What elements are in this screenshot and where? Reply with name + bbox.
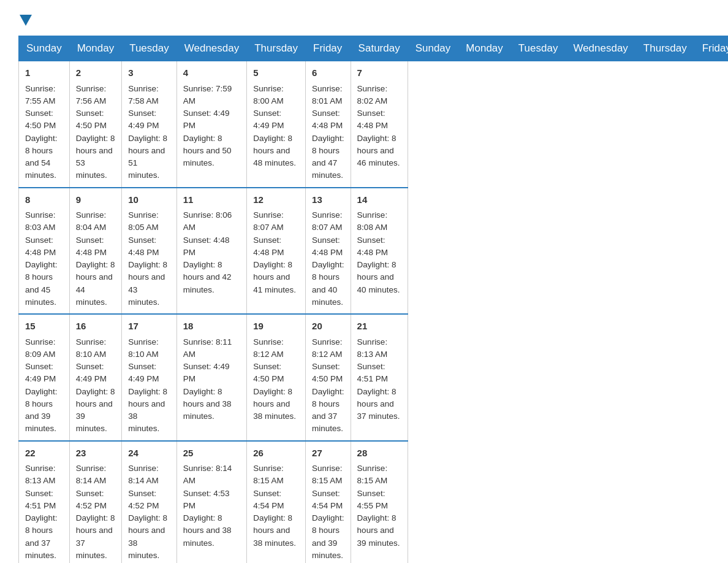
day-number: 19 (253, 320, 299, 334)
calendar-cell: 2Sunrise: 7:56 AMSunset: 4:50 PMDaylight… (69, 61, 121, 188)
daylight-text: Daylight: 8 hours and 37 minutes. (312, 387, 344, 434)
day-number: 26 (253, 446, 299, 461)
daylight-text: Daylight: 8 hours and 38 minutes. (128, 387, 167, 434)
sunrise-text: Sunrise: 8:06 AM (183, 210, 232, 232)
daylight-text: Daylight: 8 hours and 38 minutes. (183, 513, 232, 548)
day-number: 28 (357, 446, 401, 461)
header-day-wednesday: Wednesday (566, 36, 635, 61)
daylight-text: Daylight: 8 hours and 38 minutes. (128, 513, 167, 560)
calendar-cell: 15Sunrise: 8:09 AMSunset: 4:49 PMDayligh… (19, 314, 70, 441)
daylight-text: Daylight: 8 hours and 38 minutes. (183, 387, 232, 421)
sunset-text: Sunset: 4:52 PM (128, 489, 159, 510)
calendar-cell: 22Sunrise: 8:13 AMSunset: 4:51 PMDayligh… (19, 441, 70, 564)
header-day-sunday: Sunday (408, 36, 458, 61)
sunrise-text: Sunrise: 8:14 AM (128, 464, 159, 485)
sunrise-text: Sunrise: 7:56 AM (76, 84, 107, 105)
sunrise-text: Sunrise: 8:07 AM (253, 210, 284, 232)
sunrise-text: Sunrise: 8:01 AM (312, 84, 343, 105)
logo (18, 12, 33, 23)
sunrise-text: Sunrise: 8:07 AM (312, 210, 343, 232)
calendar-cell: 7Sunrise: 8:02 AMSunset: 4:48 PMDaylight… (351, 61, 408, 188)
daylight-text: Daylight: 8 hours and 39 minutes. (357, 513, 400, 548)
daylight-text: Daylight: 8 hours and 45 minutes. (25, 260, 58, 307)
calendar-cell: 21Sunrise: 8:13 AMSunset: 4:51 PMDayligh… (351, 314, 408, 441)
day-number: 1 (25, 66, 63, 80)
day-number: 10 (128, 193, 170, 207)
calendar-cell: 4Sunrise: 7:59 AMSunset: 4:49 PMDaylight… (176, 61, 246, 188)
sunrise-text: Sunrise: 8:15 AM (253, 464, 284, 485)
day-number: 13 (312, 193, 344, 207)
daylight-text: Daylight: 8 hours and 53 minutes. (76, 134, 115, 180)
sunrise-text: Sunrise: 8:15 AM (312, 464, 343, 485)
day-number: 24 (128, 446, 170, 461)
sunrise-text: Sunrise: 7:58 AM (128, 84, 159, 105)
daylight-text: Daylight: 8 hours and 37 minutes. (357, 387, 400, 421)
sunrise-text: Sunrise: 8:05 AM (128, 210, 159, 232)
daylight-text: Daylight: 8 hours and 38 minutes. (253, 387, 296, 421)
page-header (18, 12, 710, 23)
sunset-text: Sunset: 4:49 PM (128, 362, 159, 383)
day-number: 17 (128, 320, 170, 334)
day-number: 3 (128, 66, 170, 80)
sunset-text: Sunset: 4:54 PM (253, 489, 284, 510)
day-number: 15 (25, 320, 63, 334)
day-number: 23 (76, 446, 115, 461)
sunrise-text: Sunrise: 8:02 AM (357, 84, 388, 105)
sunrise-text: Sunrise: 8:12 AM (312, 337, 343, 359)
calendar-cell: 17Sunrise: 8:10 AMSunset: 4:49 PMDayligh… (122, 314, 177, 441)
daylight-text: Daylight: 8 hours and 40 minutes. (357, 260, 400, 294)
day-number: 7 (357, 66, 401, 80)
sunrise-text: Sunrise: 8:13 AM (357, 337, 388, 359)
daylight-text: Daylight: 8 hours and 46 minutes. (357, 134, 400, 168)
calendar-cell: 13Sunrise: 8:07 AMSunset: 4:48 PMDayligh… (306, 188, 351, 315)
daylight-text: Daylight: 8 hours and 47 minutes. (312, 134, 344, 180)
sunset-text: Sunset: 4:51 PM (357, 362, 388, 383)
daylight-text: Daylight: 8 hours and 51 minutes. (128, 134, 167, 180)
header-day-tuesday: Tuesday (510, 36, 566, 61)
sunset-text: Sunset: 4:51 PM (25, 489, 56, 510)
day-number: 11 (183, 193, 240, 207)
calendar-cell: 28Sunrise: 8:15 AMSunset: 4:55 PMDayligh… (351, 441, 408, 564)
calendar-cell: 3Sunrise: 7:58 AMSunset: 4:49 PMDaylight… (122, 61, 177, 188)
calendar-cell: 9Sunrise: 8:04 AMSunset: 4:48 PMDaylight… (69, 188, 121, 315)
day-number: 5 (253, 66, 299, 80)
sunset-text: Sunset: 4:48 PM (25, 236, 56, 257)
sunset-text: Sunset: 4:50 PM (76, 109, 107, 130)
daylight-text: Daylight: 8 hours and 37 minutes. (25, 513, 58, 560)
sunset-text: Sunset: 4:48 PM (253, 236, 284, 257)
sunrise-text: Sunrise: 8:09 AM (25, 337, 56, 359)
calendar-cell: 19Sunrise: 8:12 AMSunset: 4:50 PMDayligh… (247, 314, 306, 441)
week-row-1: 1Sunrise: 7:55 AMSunset: 4:50 PMDaylight… (19, 61, 729, 188)
calendar-cell: 12Sunrise: 8:07 AMSunset: 4:48 PMDayligh… (247, 188, 306, 315)
day-number: 27 (312, 446, 344, 461)
calendar-cell: 14Sunrise: 8:08 AMSunset: 4:48 PMDayligh… (351, 188, 408, 315)
calendar-cell: 11Sunrise: 8:06 AMSunset: 4:48 PMDayligh… (176, 188, 246, 315)
daylight-text: Daylight: 8 hours and 44 minutes. (76, 260, 115, 307)
week-row-3: 15Sunrise: 8:09 AMSunset: 4:49 PMDayligh… (19, 314, 729, 441)
daylight-text: Daylight: 8 hours and 39 minutes. (312, 513, 344, 560)
sunset-text: Sunset: 4:52 PM (76, 489, 107, 510)
day-number: 8 (25, 193, 63, 207)
daylight-text: Daylight: 8 hours and 38 minutes. (253, 513, 296, 548)
logo-triangle-icon (20, 15, 32, 26)
sunrise-text: Sunrise: 7:59 AM (183, 84, 232, 105)
sunset-text: Sunset: 4:49 PM (128, 109, 159, 130)
day-number: 14 (357, 193, 401, 207)
daylight-text: Daylight: 8 hours and 48 minutes. (253, 134, 296, 168)
header-wednesday: Wednesday (176, 36, 246, 61)
day-number: 16 (76, 320, 115, 334)
sunset-text: Sunset: 4:50 PM (312, 362, 343, 383)
calendar-table: SundayMondayTuesdayWednesdayThursdayFrid… (18, 36, 728, 563)
day-number: 22 (25, 446, 63, 461)
sunrise-text: Sunrise: 8:14 AM (183, 464, 232, 485)
sunset-text: Sunset: 4:49 PM (76, 362, 107, 383)
day-number: 4 (183, 66, 240, 80)
day-number: 20 (312, 320, 344, 334)
daylight-text: Daylight: 8 hours and 39 minutes. (76, 387, 115, 434)
sunset-text: Sunset: 4:50 PM (253, 362, 284, 383)
header-day-friday: Friday (694, 36, 728, 61)
sunset-text: Sunset: 4:54 PM (312, 489, 343, 510)
sunrise-text: Sunrise: 8:11 AM (183, 337, 232, 359)
calendar-cell: 25Sunrise: 8:14 AMSunset: 4:53 PMDayligh… (176, 441, 246, 564)
calendar-cell: 16Sunrise: 8:10 AMSunset: 4:49 PMDayligh… (69, 314, 121, 441)
